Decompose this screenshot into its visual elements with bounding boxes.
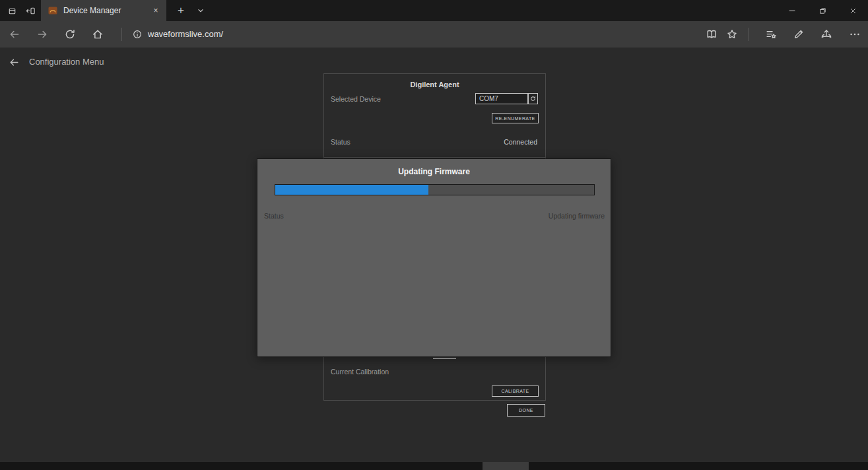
updating-firmware-dialog: Updating Firmware Status Updating firmwa…: [257, 158, 611, 357]
agent-status-value: Connected: [504, 138, 537, 146]
refresh-icon: [64, 28, 76, 40]
modal-title: Updating Firmware: [257, 167, 611, 176]
window-minimize-button[interactable]: [777, 0, 807, 21]
toolbar-divider: [121, 28, 122, 41]
star-icon: [726, 28, 738, 40]
firmware-progress-fill: [275, 185, 428, 195]
device-select-value: COM7: [479, 95, 498, 102]
done-button[interactable]: DONE: [507, 404, 545, 417]
address-url[interactable]: waveformslive.com/: [148, 21, 223, 48]
back-arrow-icon: [9, 28, 20, 40]
refresh-button[interactable]: [59, 24, 81, 45]
page-title: Configuration Menu: [29, 57, 104, 67]
device-select[interactable]: COM7: [475, 93, 528, 104]
firmware-progress-bar: [275, 184, 595, 195]
forward-button[interactable]: [32, 24, 53, 45]
site-info-button[interactable]: [129, 26, 145, 42]
done-label: DONE: [519, 408, 533, 413]
browser-window: Device Manager × +: [0, 0, 868, 470]
re-enumerate-button[interactable]: RE-ENUMERATE: [492, 113, 539, 123]
minimize-icon: [787, 6, 797, 15]
modal-status-label: Status: [264, 212, 284, 220]
tab-device-manager[interactable]: Device Manager ×: [41, 0, 166, 21]
site-favicon: [48, 5, 58, 16]
close-icon: [849, 7, 857, 15]
tab-actions-button[interactable]: [193, 0, 209, 21]
chevron-down-icon: [196, 6, 205, 15]
obscured-element-edge: [433, 358, 456, 359]
forward-arrow-icon: [36, 28, 48, 40]
calibrate-label: CALIBRATE: [502, 389, 529, 393]
window-restore-button[interactable]: [807, 0, 838, 21]
tab-bar: Device Manager × +: [0, 0, 868, 21]
show-tab-previews-button[interactable]: [4, 4, 20, 17]
selected-device-label: Selected Device: [331, 95, 381, 103]
book-icon: [706, 28, 718, 40]
tab-close-button[interactable]: ×: [150, 5, 161, 16]
favorites-list-icon: [765, 28, 777, 40]
taskbar-segment: [483, 462, 529, 470]
agent-status-label: Status: [331, 138, 351, 146]
reading-view-button[interactable]: [704, 26, 719, 42]
modal-status-value: Updating firmware: [549, 212, 605, 220]
pen-icon: [793, 28, 805, 40]
back-button[interactable]: [4, 24, 25, 45]
set-aside-tabs-icon: [26, 6, 36, 16]
home-button[interactable]: [87, 24, 108, 45]
share-button[interactable]: [818, 26, 834, 42]
page-content: Configuration Menu Digilent Agent Select…: [0, 48, 868, 462]
calibrate-button[interactable]: CALIBRATE: [492, 386, 539, 397]
info-icon: [132, 29, 143, 40]
address-bar: waveformslive.com/: [0, 21, 868, 48]
taskbar-strip: [0, 462, 868, 470]
more-icon: [849, 28, 861, 40]
share-icon: [820, 28, 832, 40]
section-divider: [324, 157, 545, 158]
card-title: Digilent Agent: [324, 81, 545, 88]
set-aside-tabs-button[interactable]: [22, 4, 38, 17]
toolbar-divider: [749, 28, 749, 41]
new-tab-button[interactable]: +: [172, 0, 190, 21]
plus-icon: +: [178, 4, 184, 17]
more-button[interactable]: [847, 26, 863, 42]
add-favorite-button[interactable]: [724, 26, 740, 42]
tabs-preview-icon: [7, 6, 17, 16]
device-refresh-button[interactable]: [528, 93, 538, 104]
back-arrow-icon: [9, 57, 20, 68]
hub-button[interactable]: [763, 26, 779, 42]
config-back-button[interactable]: [7, 55, 21, 69]
refresh-icon: [530, 96, 536, 102]
window-close-button[interactable]: [838, 0, 868, 21]
home-icon: [92, 28, 104, 40]
web-notes-button[interactable]: [791, 26, 807, 42]
tab-title: Device Manager: [63, 0, 148, 21]
restore-icon: [818, 7, 827, 15]
close-icon: ×: [153, 6, 158, 15]
current-calibration-label: Current Calibration: [331, 368, 389, 376]
re-enumerate-label: RE-ENUMERATE: [495, 116, 535, 121]
